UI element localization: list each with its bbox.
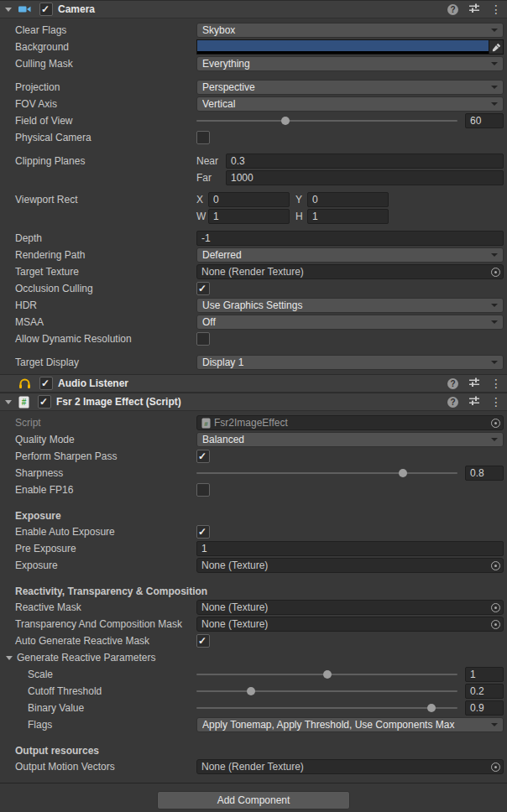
- viewport-x-input[interactable]: 0: [208, 192, 290, 207]
- occlusion-culling-checkbox[interactable]: [196, 282, 210, 295]
- help-icon[interactable]: ?: [447, 397, 458, 408]
- viewport-y-input[interactable]: 0: [307, 192, 389, 207]
- sharpness-value[interactable]: 0.8: [465, 466, 504, 481]
- target-display-dropdown[interactable]: Display 1: [196, 355, 504, 370]
- generate-reactive-parameters-label: Generate Reactive Parameters: [17, 652, 155, 664]
- more-menu-icon[interactable]: ⋮: [490, 397, 502, 408]
- object-picker-icon[interactable]: [488, 760, 503, 773]
- clear-flags-label: Clear Flags: [0, 24, 196, 36]
- audio-listener-enabled-checkbox[interactable]: [39, 377, 53, 390]
- generate-reactive-parameters-row[interactable]: Generate Reactive Parameters: [0, 649, 507, 666]
- culling-mask-dropdown[interactable]: Everything: [196, 56, 504, 71]
- help-icon[interactable]: ?: [447, 4, 458, 15]
- viewport-h-input[interactable]: 1: [307, 209, 389, 224]
- exposure-row: Exposure None (Texture): [0, 557, 507, 574]
- script-row: Script # Fsr2ImageEffect: [0, 414, 507, 431]
- presets-icon[interactable]: [468, 3, 480, 16]
- script-field[interactable]: # Fsr2ImageEffect: [196, 415, 504, 430]
- slider-handle[interactable]: [399, 469, 407, 477]
- foldout-arrow-icon[interactable]: [3, 400, 13, 404]
- h-label: H: [295, 211, 307, 222]
- viewport-w-input[interactable]: 1: [208, 209, 290, 224]
- more-menu-icon[interactable]: ⋮: [490, 378, 502, 389]
- headphones-icon: [18, 377, 31, 389]
- target-texture-field[interactable]: None (Render Texture): [196, 264, 504, 279]
- add-component-button[interactable]: Add Component: [157, 791, 350, 809]
- object-picker-icon[interactable]: [488, 559, 503, 572]
- fov-axis-row: FOV Axis Vertical: [0, 96, 507, 112]
- help-icon[interactable]: ?: [447, 378, 458, 389]
- scale-slider[interactable]: [196, 674, 457, 675]
- enable-fp16-checkbox[interactable]: [196, 483, 210, 497]
- chevron-down-icon: [491, 86, 498, 89]
- color-swatch: [197, 40, 489, 51]
- background-label: Background: [0, 41, 196, 53]
- object-picker-icon[interactable]: [488, 416, 503, 429]
- flags-dropdown[interactable]: Apply Tonemap, Apply Threshold, Use Comp…: [196, 717, 504, 732]
- transparency-mask-field[interactable]: None (Texture): [196, 617, 504, 632]
- allow-dynamic-resolution-checkbox[interactable]: [196, 332, 210, 346]
- foldout-arrow-icon[interactable]: [3, 8, 13, 12]
- perform-sharpen-pass-checkbox[interactable]: [196, 450, 210, 463]
- alpha-bar: [197, 51, 489, 54]
- pre-exposure-row: Pre Exposure 1: [0, 540, 507, 557]
- audio-listener-component-header[interactable]: Audio Listener ? ⋮: [0, 374, 507, 393]
- transparency-mask-row: Transparency And Composition Mask None (…: [0, 616, 507, 632]
- camera-component-header[interactable]: Camera ? ⋮: [0, 0, 507, 18]
- depth-input[interactable]: -1: [196, 231, 504, 246]
- slider-handle[interactable]: [323, 670, 332, 679]
- foldout-arrow-icon[interactable]: [6, 656, 13, 660]
- audio-listener-title: Audio Listener: [58, 377, 128, 389]
- output-motion-vectors-field[interactable]: None (Render Texture): [196, 759, 504, 774]
- more-menu-icon[interactable]: ⋮: [490, 4, 502, 15]
- x-label: X: [196, 194, 208, 206]
- camera-enabled-checkbox[interactable]: [39, 3, 53, 16]
- camera-component-body: Clear Flags Skybox Background: [0, 18, 507, 374]
- presets-icon[interactable]: [468, 395, 480, 409]
- fov-axis-dropdown[interactable]: Vertical: [196, 96, 504, 112]
- field-of-view-value[interactable]: 60: [465, 113, 504, 128]
- field-of-view-slider[interactable]: [196, 120, 457, 122]
- hdr-row: HDR Use Graphics Settings: [0, 297, 507, 314]
- presets-icon[interactable]: [468, 377, 480, 390]
- slider-handle[interactable]: [281, 117, 290, 125]
- chevron-down-icon: [491, 62, 498, 65]
- msaa-dropdown[interactable]: Off: [196, 315, 504, 330]
- slider-handle[interactable]: [247, 687, 255, 695]
- object-picker-icon[interactable]: [488, 601, 503, 614]
- eyedropper-icon[interactable]: [489, 39, 504, 55]
- clipping-near-row: Clipping Planes Near 0.3: [0, 153, 507, 169]
- scale-value[interactable]: 1: [465, 667, 504, 682]
- binary-value-value[interactable]: 0.9: [465, 700, 504, 716]
- w-label: W: [196, 211, 208, 222]
- hdr-dropdown[interactable]: Use Graphics Settings: [196, 298, 504, 313]
- projection-dropdown[interactable]: Perspective: [196, 80, 504, 95]
- chevron-down-icon: [491, 102, 498, 106]
- cutoff-threshold-slider[interactable]: [196, 690, 457, 692]
- physical-camera-checkbox[interactable]: [196, 131, 210, 144]
- reactive-mask-field[interactable]: None (Texture): [196, 600, 504, 615]
- fsr-enabled-checkbox[interactable]: [38, 395, 51, 409]
- sharpness-slider[interactable]: [196, 472, 457, 474]
- object-picker-icon[interactable]: [488, 265, 503, 278]
- slider-handle[interactable]: [427, 704, 436, 712]
- clear-flags-dropdown[interactable]: Skybox: [196, 23, 504, 38]
- rendering-path-dropdown[interactable]: Deferred: [196, 247, 504, 263]
- binary-value-slider[interactable]: [196, 707, 457, 709]
- auto-generate-reactive-mask-checkbox[interactable]: [196, 634, 210, 648]
- sharpness-row: Sharpness 0.8: [0, 465, 507, 481]
- far-clip-input[interactable]: 1000: [226, 170, 504, 185]
- reactivity-section-header: Reactivity, Transparency & Composition: [0, 584, 507, 599]
- enable-auto-exposure-checkbox[interactable]: [196, 525, 210, 539]
- near-clip-input[interactable]: 0.3: [226, 154, 504, 169]
- cutoff-threshold-value[interactable]: 0.2: [465, 684, 504, 699]
- fsr-component-header[interactable]: # Fsr 2 Image Effect (Script) ? ⋮: [0, 393, 507, 411]
- object-picker-icon[interactable]: [488, 617, 503, 631]
- target-texture-row: Target Texture None (Render Texture): [0, 263, 507, 280]
- pre-exposure-input[interactable]: 1: [196, 541, 504, 556]
- exposure-texture-field[interactable]: None (Texture): [196, 558, 504, 573]
- quality-mode-dropdown[interactable]: Balanced: [196, 432, 504, 447]
- background-color-field[interactable]: [196, 39, 504, 55]
- camera-title: Camera: [58, 3, 95, 15]
- enable-fp16-row: Enable FP16: [0, 481, 507, 498]
